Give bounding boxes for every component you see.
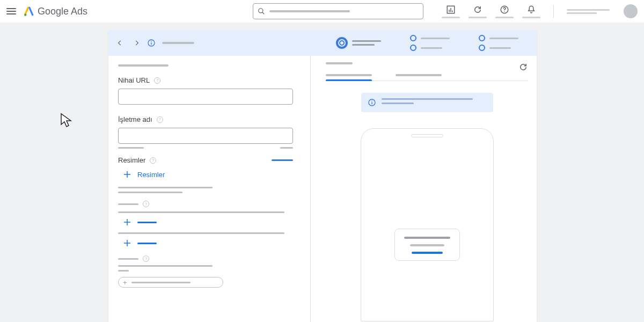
search-icon [258,8,265,15]
ad-preview [310,56,537,322]
search-input[interactable] [253,3,423,19]
stepper-header [108,30,537,56]
refresh-preview-icon[interactable] [518,62,528,74]
svg-point-8 [504,11,505,12]
product-logo[interactable]: Google Ads [24,6,87,17]
account-switcher[interactable] [567,9,610,14]
cursor-icon [60,113,74,128]
back-icon[interactable] [116,39,123,47]
svg-point-11 [151,41,152,42]
preview-tabs [326,74,528,81]
help-icon[interactable]: ? [157,116,163,123]
business-name-input[interactable] [118,128,293,144]
workspace: Nihai URL ? İşletme adı ? Resimler ? [108,30,537,322]
app-bar: Google Ads [0,0,644,23]
group-label: ? [118,201,301,207]
info-icon [368,98,376,107]
images-hint-link[interactable] [272,159,293,161]
svg-rect-6 [452,10,453,12]
add-images-button[interactable]: Resimler [122,170,301,179]
device-notch [411,134,443,137]
svg-point-0 [24,14,26,16]
section-title [118,64,169,67]
final-url-label: Nihai URL ? [118,76,301,84]
ads-logo-icon [24,6,34,17]
help-icon[interactable]: ? [143,201,149,207]
device-frame [361,128,494,321]
add-item-button[interactable] [122,217,301,227]
final-url-input[interactable] [118,89,293,105]
refresh-icon[interactable] [469,5,487,18]
svg-rect-4 [449,10,450,12]
add-item-button-2[interactable] [122,238,301,248]
ad-cta[interactable] [412,252,443,254]
ad-form: Nihai URL ? İşletme adı ? Resimler ? [108,56,310,322]
preview-info-banner [361,93,493,112]
notifications-icon[interactable] [522,5,540,18]
help-icon[interactable]: ? [150,157,156,164]
business-name-label: İşletme adı ? [118,115,301,123]
group-label-2: ? [118,255,301,262]
reports-icon[interactable] [442,5,460,18]
forward-icon[interactable] [133,39,141,47]
help-icon[interactable]: ? [154,77,160,84]
product-name: Google Ads [38,6,87,17]
plus-icon: + [123,279,127,287]
step-2[interactable] [410,35,450,51]
preview-title [326,62,353,64]
breadcrumb [162,42,194,44]
menu-icon[interactable] [6,8,16,14]
preview-tab-2[interactable] [396,74,442,80]
step-3[interactable] [479,35,518,51]
step-1[interactable] [336,37,381,49]
preview-tab-1[interactable] [326,74,372,80]
help-icon[interactable] [495,5,514,18]
add-chip-input[interactable]: + [118,277,223,288]
ad-card [394,229,460,261]
svg-line-2 [262,12,265,14]
info-icon[interactable] [147,39,156,47]
images-label: Resimler ? [118,156,293,164]
avatar[interactable] [624,4,638,18]
svg-rect-5 [450,8,451,12]
help-icon[interactable]: ? [143,255,149,262]
svg-point-20 [371,100,372,101]
svg-point-1 [259,9,263,13]
